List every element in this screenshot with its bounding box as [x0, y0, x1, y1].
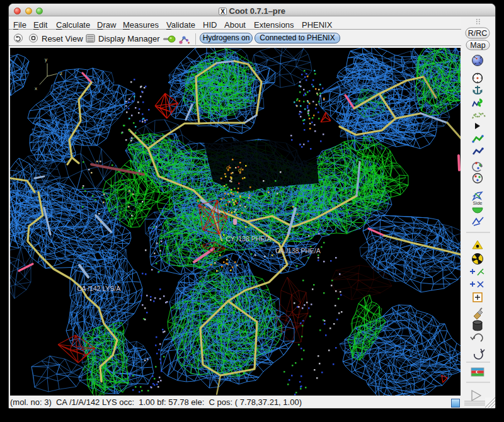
svg-text:Side: Side: [472, 200, 482, 206]
svg-text:z: z: [60, 71, 62, 76]
svg-text:x: x: [35, 86, 37, 91]
svg-text:Map: Map: [470, 41, 485, 50]
svg-text:y: y: [45, 57, 47, 62]
svg-text:CA /142 LYS/A: CA /142 LYS/A: [77, 285, 120, 292]
svg-text:CY /138 PHE/A: CY /138 PHE/A: [226, 235, 271, 242]
svg-text:X: X: [220, 8, 225, 14]
svg-text:CA /138 PHE/A: CA /138 PHE/A: [275, 247, 321, 254]
svg-text:R/RC: R/RC: [468, 29, 488, 38]
